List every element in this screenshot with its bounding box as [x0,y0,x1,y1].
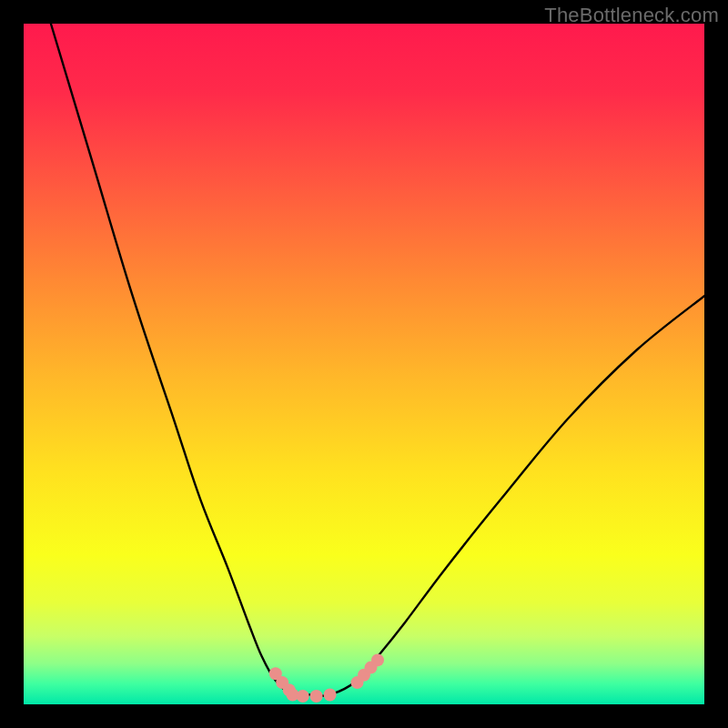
curve-svg [24,24,704,704]
valley-floor-marker [324,689,337,702]
bottleneck-curve-path [51,24,704,696]
valley-floor-marker [310,690,323,703]
valley-markers [269,653,384,703]
plot-area [24,24,704,704]
valley-floor-marker [297,690,309,703]
right-ascent-marker [371,653,384,666]
chart-frame: TheBottleneck.com [0,0,728,728]
